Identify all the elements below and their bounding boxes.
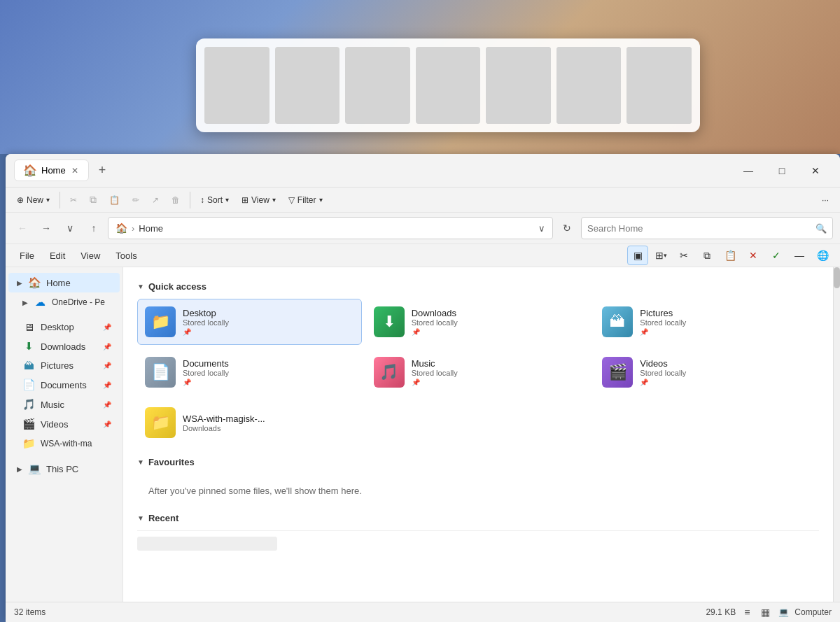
cut-icon-button[interactable]: ✂ bbox=[673, 246, 694, 265]
copy-button[interactable]: ⧉ bbox=[84, 190, 102, 209]
layout-icon-button[interactable]: ⊞▾ bbox=[650, 246, 671, 265]
copy-icon-button[interactable]: ⧉ bbox=[696, 246, 718, 265]
paste-button[interactable]: 📋 bbox=[104, 192, 125, 208]
active-tab[interactable]: 🏠 Home ✕ bbox=[14, 160, 89, 181]
qa-item-wsa[interactable]: 📁 WSA-with-magisk-... Downloads bbox=[137, 400, 362, 446]
delete-icon-button[interactable]: ✕ bbox=[743, 246, 764, 265]
sidebar-pictures-label: Pictures bbox=[41, 360, 74, 371]
favourites-header[interactable]: ▼ Favourites bbox=[137, 457, 819, 467]
scrollbar-thumb[interactable] bbox=[834, 267, 840, 288]
minimize-button[interactable]: — bbox=[732, 160, 764, 181]
delete-button[interactable]: 🗑 bbox=[166, 192, 186, 208]
refresh-button[interactable]: ↻ bbox=[557, 218, 577, 238]
rename-button[interactable]: ✏ bbox=[127, 192, 145, 208]
downloads-info: Downloads Stored locally 📌 bbox=[412, 308, 458, 336]
filter-button[interactable]: ▽ Filter ▾ bbox=[283, 192, 328, 208]
sidebar-item-videos[interactable]: 🎬 Videos 📌 bbox=[8, 414, 120, 434]
more-button[interactable]: ··· bbox=[816, 192, 834, 208]
toolbar: ⊕ New ▾ ✂ ⧉ 📋 ✏ ↗ 🗑 ↕ Sort ▾ ⊞ bbox=[6, 188, 840, 213]
copy-icon: ⧉ bbox=[90, 194, 97, 206]
recent-label: Recent bbox=[148, 513, 178, 523]
toolbar-separator-1 bbox=[59, 192, 60, 208]
sidebar-item-thispc[interactable]: ▶ 💻 This PC bbox=[8, 459, 120, 479]
toolbar-separator-2 bbox=[190, 192, 190, 208]
scrollbar-track[interactable] bbox=[833, 267, 840, 602]
app-thumb-5[interactable] bbox=[486, 47, 551, 124]
tab-close-button[interactable]: ✕ bbox=[70, 166, 80, 176]
sidebar-item-downloads[interactable]: ⬇ Downloads 📌 bbox=[8, 337, 120, 356]
qa-item-music[interactable]: 🎵 Music Stored locally 📌 bbox=[366, 349, 591, 395]
address-dropdown[interactable]: ∨ bbox=[538, 223, 545, 234]
qa-item-videos[interactable]: 🎬 Videos Stored locally 📌 bbox=[594, 349, 819, 395]
app-thumb-4[interactable] bbox=[416, 47, 481, 124]
maximize-button[interactable]: □ bbox=[766, 160, 798, 181]
cut-button[interactable]: ✂ bbox=[64, 192, 83, 208]
sidebar-item-desktop[interactable]: 🖥 Desktop 📌 bbox=[8, 318, 120, 337]
qa-item-documents[interactable]: 📄 Documents Stored locally 📌 bbox=[137, 349, 362, 395]
close-button[interactable]: ✕ bbox=[799, 160, 832, 181]
wsa-folder-icon: 📁 bbox=[145, 407, 176, 438]
address-input[interactable]: 🏠 › Home ∨ bbox=[108, 217, 553, 239]
path-separator: › bbox=[132, 223, 134, 234]
sidebar-item-onedrive[interactable]: ▶ ☁ OneDrive - Pe bbox=[8, 292, 120, 312]
app-thumb-2[interactable] bbox=[275, 47, 340, 124]
sidebar-wsa-label: WSA-with-ma bbox=[41, 439, 92, 448]
music-sub: Stored locally bbox=[412, 369, 458, 377]
back-button[interactable]: ← bbox=[13, 218, 32, 238]
up-button[interactable]: ↑ bbox=[84, 218, 104, 238]
pane-toggle-button[interactable]: ▣ bbox=[627, 246, 648, 265]
forward-button[interactable]: → bbox=[36, 218, 56, 238]
videos-info: Videos Stored locally 📌 bbox=[640, 358, 686, 386]
tab-home-icon: 🏠 bbox=[23, 164, 37, 177]
item-count: 32 items bbox=[14, 607, 46, 617]
music-info: Music Stored locally 📌 bbox=[412, 358, 458, 386]
recent-header[interactable]: ▼ Recent bbox=[137, 513, 819, 523]
sidebar-item-pictures[interactable]: 🏔 Pictures 📌 bbox=[8, 356, 120, 375]
home-icon: 🏠 bbox=[28, 276, 41, 289]
globe-icon-button[interactable]: 🌐 bbox=[812, 246, 833, 265]
search-box[interactable]: 🔍 bbox=[581, 217, 833, 239]
qa-item-pictures[interactable]: 🏔 Pictures Stored locally 📌 bbox=[594, 299, 819, 345]
status-list-view[interactable]: ≡ bbox=[741, 605, 752, 619]
title-bar: 🏠 Home ✕ + — □ ✕ bbox=[6, 154, 840, 188]
sidebar-item-music[interactable]: 🎵 Music 📌 bbox=[8, 395, 120, 414]
music-pin: 📌 bbox=[412, 379, 458, 386]
sidebar-item-wsa[interactable]: 📁 WSA-with-ma bbox=[8, 434, 120, 453]
rename-icon: ✏ bbox=[132, 195, 139, 205]
search-input[interactable] bbox=[587, 223, 811, 234]
qa-item-downloads[interactable]: ⬇ Downloads Stored locally 📌 bbox=[366, 299, 591, 345]
sidebar-documents-label: Documents bbox=[41, 380, 87, 390]
horizontal-rule-button[interactable]: — bbox=[789, 246, 810, 265]
sort-button[interactable]: ↕ Sort ▾ bbox=[195, 192, 234, 208]
new-button[interactable]: ⊕ New ▾ bbox=[11, 192, 55, 208]
share-button[interactable]: ↗ bbox=[146, 192, 164, 208]
menu-tools[interactable]: Tools bbox=[108, 248, 144, 264]
sidebar-item-documents[interactable]: 📄 Documents 📌 bbox=[8, 375, 120, 395]
menu-view[interactable]: View bbox=[74, 248, 107, 264]
downloads-pin: 📌 bbox=[412, 328, 458, 336]
new-icon: ⊕ bbox=[17, 195, 24, 205]
sidebar-item-home[interactable]: ▶ 🏠 Home bbox=[8, 273, 120, 292]
status-grid-view[interactable]: ▦ bbox=[758, 605, 773, 619]
tab-title: Home bbox=[41, 165, 66, 176]
quick-access-header[interactable]: ▼ Quick access bbox=[137, 281, 819, 292]
app-thumb-7[interactable] bbox=[626, 47, 692, 124]
desktop-pin-icon: 📌 bbox=[103, 323, 111, 331]
recent-section: ▼ Recent bbox=[137, 513, 819, 572]
app-thumb-6[interactable] bbox=[556, 47, 622, 124]
view-button[interactable]: ⊞ View ▾ bbox=[236, 192, 281, 208]
app-thumb-3[interactable] bbox=[345, 47, 410, 124]
check-icon-button[interactable]: ✓ bbox=[766, 246, 787, 265]
recent-button[interactable]: ∨ bbox=[60, 218, 80, 238]
menu-file[interactable]: File bbox=[13, 248, 41, 264]
app-thumb-1[interactable] bbox=[204, 47, 270, 124]
window-controls: — □ ✕ bbox=[732, 160, 832, 181]
thispc-icon: 💻 bbox=[28, 462, 41, 475]
paste-icon-button[interactable]: 📋 bbox=[720, 246, 741, 265]
menu-edit[interactable]: Edit bbox=[43, 248, 72, 264]
content-area: ▼ Quick access 📁 Desktop Stored locally … bbox=[123, 267, 833, 602]
new-tab-button[interactable]: + bbox=[94, 162, 111, 179]
pictures-sub: Stored locally bbox=[640, 318, 686, 327]
pictures-folder-icon: 🏔 bbox=[602, 306, 633, 337]
qa-item-desktop[interactable]: 📁 Desktop Stored locally 📌 bbox=[137, 299, 362, 345]
